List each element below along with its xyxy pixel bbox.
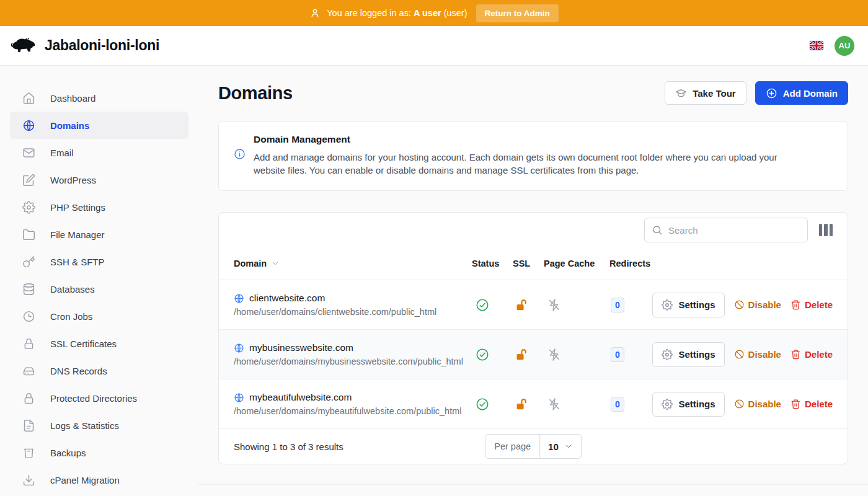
edit-icon	[22, 174, 35, 187]
delete-button[interactable]: Delete	[790, 349, 833, 360]
impersonation-banner: You are logged in as: A user (user) Retu…	[0, 0, 868, 26]
boar-logo-icon	[10, 36, 38, 56]
delete-button[interactable]: Delete	[790, 299, 833, 310]
ban-icon	[734, 399, 745, 409]
settings-button[interactable]: Settings	[652, 342, 724, 367]
column-header-ssl: SSL	[513, 259, 544, 268]
sidebar-item-wordpress[interactable]: WordPress	[10, 166, 188, 193]
sidebar-item-dns-records[interactable]: DNS Records	[10, 357, 188, 384]
sidebar-item-file-manager[interactable]: File Manager	[10, 221, 188, 248]
database-icon	[22, 283, 35, 296]
banner-user-name: A user	[414, 8, 441, 18]
globe-icon	[234, 293, 244, 304]
domain-name: mybeautifulwebsite.com	[249, 392, 352, 403]
sidebar-item-ssh-sftp[interactable]: SSH & SFTP	[10, 248, 188, 275]
gear-icon	[22, 201, 35, 214]
page-cache-off-icon	[547, 298, 561, 312]
sidebar-item-label: WordPress	[50, 175, 96, 185]
banner-text: You are logged in as:	[327, 8, 411, 18]
sidebar-item-email[interactable]: Email	[10, 139, 188, 166]
chevron-down-icon	[564, 442, 573, 451]
column-header-page-cache: Page Cache	[544, 259, 609, 268]
status-active-check-icon	[476, 397, 489, 411]
plus-circle-icon	[766, 87, 777, 99]
sort-chevron-icon[interactable]	[271, 259, 280, 268]
column-header-status: Status	[472, 259, 513, 268]
user-avatar[interactable]: AU	[835, 36, 854, 56]
sidebar-item-domains[interactable]: Domains	[10, 112, 188, 139]
column-header-redirects: Redirects	[609, 259, 665, 268]
graduation-cap-icon	[675, 87, 687, 99]
impersonation-message: You are logged in as: A user (user)	[309, 7, 467, 19]
sidebar-item-cron-jobs[interactable]: Cron Jobs	[10, 303, 188, 330]
sidebar-item-label: Dashboard	[50, 93, 95, 104]
lock-icon	[22, 392, 35, 405]
domain-path: /home/user/domains/mybeautifulwebsite.co…	[234, 406, 472, 416]
sidebar-item-label: cPanel Migration	[50, 475, 120, 485]
domain-path: /home/user/domains/clientwebsite.com/pub…	[234, 307, 472, 317]
table-footer: Showing 1 to 3 of 3 results Per page 10	[219, 429, 848, 464]
sidebar-nav: Dashboard Domains Email WordPress PHP Se…	[0, 66, 198, 496]
language-flag-uk-icon[interactable]	[810, 41, 823, 50]
redirects-count-badge: 0	[611, 298, 624, 312]
info-panel-title: Domain Management	[254, 134, 810, 145]
trash-icon	[790, 299, 801, 310]
domain-management-info-panel: Domain Management Add and manage domains…	[218, 121, 848, 191]
settings-button[interactable]: Settings	[652, 293, 724, 317]
table-row: clientwebsite.com /home/user/domains/cli…	[219, 280, 848, 330]
column-settings-button[interactable]	[819, 224, 833, 236]
lock-icon	[22, 337, 35, 350]
ssl-unlocked-icon	[514, 298, 528, 312]
status-active-check-icon	[476, 348, 489, 361]
sidebar-item-label: Protected Directories	[50, 393, 137, 404]
brand-home-link[interactable]: Jabaloni-loni-loni	[10, 36, 159, 56]
brand-title: Jabaloni-loni-loni	[45, 37, 159, 54]
results-summary: Showing 1 to 3 of 3 results	[234, 441, 343, 452]
banner-user-role: (user)	[444, 8, 467, 18]
mail-icon	[22, 146, 35, 159]
key-icon	[22, 255, 35, 268]
disable-button[interactable]: Disable	[734, 299, 781, 310]
gear-icon	[662, 349, 673, 360]
sidebar-item-label: Cron Jobs	[50, 311, 92, 322]
delete-button[interactable]: Delete	[790, 399, 833, 409]
sidebar-item-logs-statistics[interactable]: Logs & Statistics	[10, 412, 188, 439]
server-icon	[22, 365, 35, 378]
gear-icon	[662, 399, 673, 410]
sidebar-item-label: Databases	[50, 284, 95, 294]
add-domain-button[interactable]: Add Domain	[755, 81, 848, 105]
per-page-value: 10	[548, 441, 559, 452]
globe-icon	[234, 392, 244, 403]
search-input[interactable]	[644, 218, 808, 242]
per-page-select[interactable]: Per page 10	[485, 434, 582, 459]
globe-icon	[234, 343, 244, 353]
redirects-count-badge: 0	[611, 347, 624, 362]
disable-button[interactable]: Disable	[734, 349, 781, 360]
sidebar-item-label: DNS Records	[50, 366, 107, 376]
page-cache-off-icon	[547, 397, 561, 411]
trash-icon	[790, 349, 801, 360]
search-icon	[652, 224, 663, 236]
take-tour-button[interactable]: Take Tour	[665, 81, 746, 105]
clock-icon	[22, 310, 35, 323]
sidebar-item-ssl-certificates[interactable]: SSL Certificates	[10, 330, 188, 357]
sidebar-item-backups[interactable]: Backups	[10, 439, 188, 466]
sidebar-item-label: SSL Certificates	[50, 339, 117, 349]
sidebar-item-label: Logs & Statistics	[50, 420, 119, 431]
gear-icon	[662, 299, 673, 311]
file-text-icon	[22, 419, 35, 432]
archive-icon	[22, 446, 35, 459]
sidebar-item-databases[interactable]: Databases	[10, 275, 188, 303]
settings-button[interactable]: Settings	[652, 392, 724, 417]
sidebar-item-cpanel-migration[interactable]: cPanel Migration	[10, 466, 188, 494]
sidebar-item-protected-directories[interactable]: Protected Directories	[10, 384, 188, 412]
sidebar-item-dashboard[interactable]: Dashboard	[10, 84, 188, 112]
sidebar-item-label: PHP Settings	[50, 202, 105, 213]
sidebar-item-label: SSH & SFTP	[50, 257, 105, 267]
trash-icon	[790, 399, 801, 409]
domain-name: mybusinesswebsite.com	[249, 342, 353, 353]
sidebar-item-label: File Manager	[50, 229, 105, 240]
sidebar-item-php-settings[interactable]: PHP Settings	[10, 193, 188, 221]
disable-button[interactable]: Disable	[734, 399, 781, 409]
return-to-admin-button[interactable]: Return to Admin	[476, 4, 559, 22]
